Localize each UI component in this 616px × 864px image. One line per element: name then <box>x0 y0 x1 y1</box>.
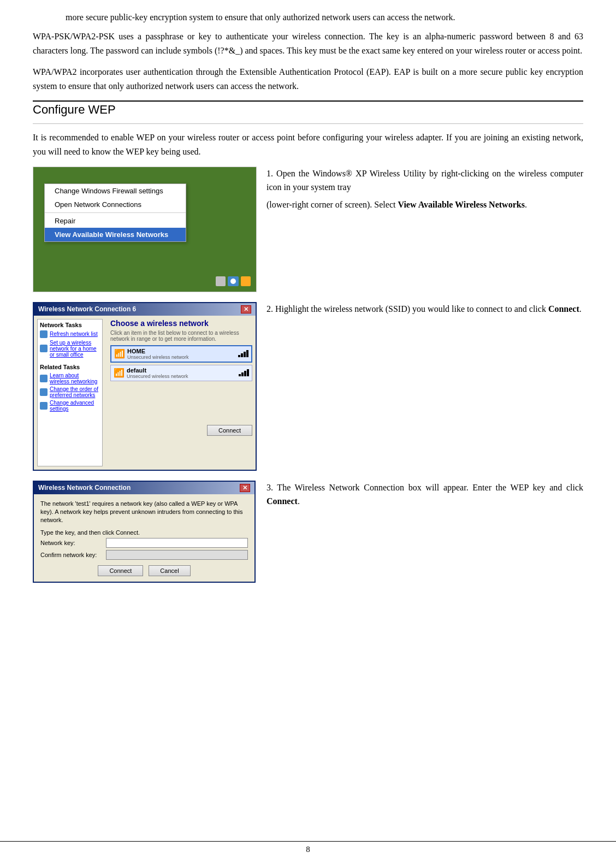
dialog2-content: Network Tasks Refresh network list Set u… <box>34 316 256 470</box>
screenshot1-col: Change Windows Firewall settings Open Ne… <box>33 167 257 292</box>
wep-confirmkey-row: Confirm network key: <box>40 550 248 560</box>
choose-network-heading: Choose a wireless network <box>110 319 252 328</box>
wep-dialog-content: The network 'test1' requires a network k… <box>34 494 254 582</box>
intro-paragraph-2: WPA-PSK/WPA2-PSK uses a passphrase or ke… <box>33 29 583 57</box>
network-home-status: Unsecured wireless network <box>127 354 189 360</box>
task-order[interactable]: Change the order of preferred networks <box>40 386 100 398</box>
dialog2-connect-button[interactable]: Connect <box>207 425 252 436</box>
wep-cancel-button[interactable]: Cancel <box>149 565 190 576</box>
task-refresh-icon <box>40 330 48 338</box>
network-default-status: Unsecured wireless network <box>127 374 188 379</box>
network-default-name: default <box>127 367 188 374</box>
screenshot3-dialog: Wireless Network Connection ✕ The networ… <box>33 481 256 583</box>
step3-text: 3. The Wireless Network Connection box w… <box>266 481 583 508</box>
step3-number: 3. <box>266 483 273 492</box>
screenshot1-box: Change Windows Firewall settings Open Ne… <box>33 167 257 292</box>
task-refresh[interactable]: Refresh network list <box>40 330 100 338</box>
taskbar-icon-home <box>241 276 251 286</box>
choose-network-desc: Click an item in the list below to conne… <box>110 330 252 342</box>
screenshot3-col: Wireless Network Connection ✕ The networ… <box>33 481 257 583</box>
step1-text1: Open the Windows® XP Wireless Utility by… <box>266 169 583 192</box>
dialog2-titlebar: Wireless Network Connection 6 ✕ <box>34 303 256 316</box>
wep-networkkey-input[interactable] <box>106 538 248 548</box>
network-tasks-title: Network Tasks <box>40 322 100 328</box>
dialog2-left-panel: Network Tasks Refresh network list Set u… <box>37 319 103 466</box>
context-menu: Change Windows Firewall settings Open Ne… <box>44 184 186 242</box>
step1-text: 1. Open the Windows® XP Wireless Utility… <box>266 167 583 212</box>
screenshot2-dialog: Wireless Network Connection 6 ✕ Network … <box>33 302 257 471</box>
task-setup[interactable]: Set up a wireless network for a home or … <box>40 340 100 358</box>
step1-number: 1. <box>266 169 273 178</box>
network-home-signal <box>238 350 248 357</box>
step1-container: Change Windows Firewall settings Open Ne… <box>33 167 583 292</box>
ctx-menu-item-firewall: Change Windows Firewall settings <box>45 184 186 198</box>
step1-text2: (lower-right corner of screen). Select <box>266 200 398 209</box>
network-home-name: HOME <box>127 348 189 354</box>
step3-text2: . <box>298 496 300 506</box>
wep-networkkey-label: Network key: <box>40 540 106 546</box>
task-learn-icon <box>40 375 48 382</box>
ctx-menu-item-repair: Repair <box>45 214 186 228</box>
wep-connect-button[interactable]: Connect <box>98 565 143 576</box>
dialog2-title: Wireless Network Connection 6 <box>38 305 136 313</box>
step2-text2: . <box>579 304 582 313</box>
step2-bold: Connect <box>548 304 579 313</box>
step2-number: 2. <box>266 304 273 313</box>
related-tasks-title: Related Tasks <box>40 364 100 370</box>
wep-dialog-close-btn[interactable]: ✕ <box>240 484 250 492</box>
screenshot2-col: Wireless Network Connection 6 ✕ Network … <box>33 302 257 471</box>
step1-bold: View Available Wireless Networks <box>398 200 524 209</box>
step2-container: Wireless Network Connection 6 ✕ Network … <box>33 302 583 471</box>
step3-text1: The Wireless Network Connection box will… <box>273 483 583 492</box>
wep-type-label: Type the key, and then click Connect. <box>40 529 248 536</box>
task-advanced-icon <box>40 402 48 410</box>
task-setup-icon <box>40 345 48 352</box>
wep-networkkey-row: Network key: <box>40 538 248 548</box>
section-heading-wrapper: Configure WEP <box>33 103 583 124</box>
wep-confirmkey-input-disabled <box>106 550 248 560</box>
section-intro-text: It is recommended to enable WEP on your … <box>33 131 583 158</box>
section-heading: Configure WEP <box>33 103 583 117</box>
network-item-home[interactable]: 📶 HOME Unsecured wireless network <box>110 345 252 363</box>
ctx-menu-separator <box>45 212 186 213</box>
step2-text: 2. Highlight the wireless network (SSID)… <box>266 302 583 316</box>
step3-container: Wireless Network Connection ✕ The networ… <box>33 481 583 583</box>
dialog2-right-panel: Choose a wireless network Click an item … <box>110 319 252 466</box>
wep-buttons-row: Connect Cancel <box>40 565 248 576</box>
task-order-icon <box>40 388 48 396</box>
step1-text3: . <box>525 200 527 209</box>
ctx-menu-item-view-networks: View Available Wireless Networks <box>45 228 186 241</box>
step2-text1: Highlight the wireless network (SSID) yo… <box>273 304 548 313</box>
intro-paragraph-1: more secure public-key encryption system… <box>33 11 583 24</box>
wep-dialog-title: Wireless Network Connection <box>38 484 131 492</box>
intro-paragraph-3: WPA/WPA2 incorporates user authenticatio… <box>33 65 583 93</box>
dialog2-close-btn[interactable]: ✕ <box>241 305 251 313</box>
network-default-signal <box>239 369 249 376</box>
wep-info-text: The network 'test1' requires a network k… <box>40 500 248 525</box>
network-item-default[interactable]: 📶 default Unsecured wireless network <box>110 365 252 381</box>
wep-confirmkey-label: Confirm network key: <box>40 552 106 558</box>
page-number: 8 <box>0 841 616 854</box>
task-advanced[interactable]: Change advanced settings <box>40 400 100 412</box>
section-divider-top <box>33 100 583 102</box>
ctx-menu-item-network-connections: Open Network Connections <box>45 198 186 211</box>
step3-bold: Connect <box>266 496 298 506</box>
task-learn[interactable]: Learn about wireless networking <box>40 372 100 384</box>
wep-dialog-titlebar: Wireless Network Connection ✕ <box>34 482 254 494</box>
taskbar-icon-network <box>228 276 239 286</box>
taskbar-icon-speaker <box>216 276 226 286</box>
